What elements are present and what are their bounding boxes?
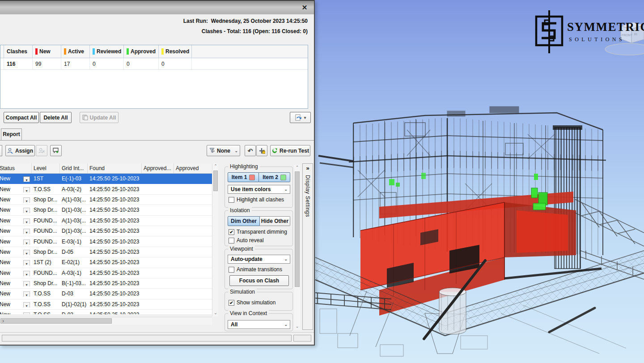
display-settings-tab[interactable]: » Display Settings <box>302 163 313 330</box>
item-colors-dropdown[interactable]: Use item colors ⌄ <box>228 185 290 194</box>
column-header-grid[interactable]: Grid Int... <box>60 163 88 173</box>
chevron-down-icon: ⌄ <box>284 257 288 261</box>
status-dropdown-icon[interactable]: ▾ <box>23 312 30 314</box>
status-color-chip <box>64 48 66 55</box>
status-dropdown-icon[interactable]: ▾ <box>23 271 30 276</box>
animate-transitions-checkbox[interactable]: Animate transitions <box>229 266 282 273</box>
item1-toggle[interactable]: Item 1 <box>228 172 259 182</box>
scroll-up-icon[interactable]: ⌃ <box>294 165 300 171</box>
summary-column-header[interactable]: New <box>33 45 61 58</box>
row-level: 1ST (2) <box>32 259 60 265</box>
status-dropdown-icon[interactable]: ▾ <box>23 208 30 213</box>
status-dropdown-icon[interactable]: ▾ <box>23 281 30 286</box>
status-dropdown-icon[interactable]: ▾ <box>23 187 30 192</box>
table-row[interactable]: New ▾ Shop Dr... A(1)-03(... 14:25:50 25… <box>0 195 212 205</box>
table-row[interactable]: New ▾ T.O.SS D(1)-02(1) 14:25:50 25-10-2… <box>0 299 212 310</box>
logo-subtitle: SOLUTIONS <box>569 36 625 43</box>
horizontal-scrollbar[interactable]: › <box>0 317 212 325</box>
assign-icon <box>7 148 13 154</box>
report-export-dropdown[interactable]: ▾ <box>290 112 311 123</box>
assign-button[interactable]: Assign <box>5 145 35 156</box>
title-bar[interactable]: ✕ <box>0 0 314 14</box>
table-row[interactable]: New ▾ FOUND... E-03(-1) 14:25:50 25-10-2… <box>0 236 212 247</box>
scroll-right-icon[interactable]: › <box>0 318 6 325</box>
item2-toggle[interactable]: Item 2 <box>259 172 290 182</box>
table-row[interactable]: New ▾ Shop Dr... B(-1)-03... 14:25:50 25… <box>0 278 212 289</box>
table-row[interactable]: New ▾ 1ST E(-1)-03 14:25:50 25-10-2023 <box>0 174 212 184</box>
delete-all-button[interactable]: Delete All <box>40 112 72 123</box>
tab-report[interactable]: Report <box>1 128 22 140</box>
show-simulation-checkbox[interactable]: ✔ Show simulation <box>229 299 275 306</box>
status-dropdown-icon[interactable]: ▾ <box>23 239 30 245</box>
summary-value: 0 <box>124 58 159 69</box>
clash-table-body: New ▾ 1ST E(-1)-03 14:25:50 25-10-2023 N… <box>0 174 212 314</box>
vertical-scrollbar[interactable]: ⌃ ⌄ <box>212 163 218 316</box>
column-header-status[interactable]: Status <box>0 163 32 173</box>
scroll-up-icon[interactable]: ⌃ <box>212 163 219 170</box>
status-dropdown-icon[interactable]: ▾ <box>23 250 30 255</box>
summary-column-header[interactable]: Clashes <box>4 45 33 58</box>
panel-scrollbar[interactable]: ⌃ ⌄ <box>294 165 300 330</box>
row-status: New <box>0 280 10 286</box>
row-grid-intersection: D(1)-02(1) <box>60 301 88 307</box>
add-comment-button[interactable] <box>50 145 62 156</box>
toolbar-clipped-button[interactable] <box>0 145 2 156</box>
scrollbar-thumb[interactable] <box>0 318 112 324</box>
display-settings-expand-icon[interactable]: » <box>303 165 313 171</box>
status-dropdown-icon[interactable]: ▾ <box>23 229 30 234</box>
auto-reveal-checkbox[interactable]: Auto reveal <box>229 237 264 243</box>
column-header-level[interactable]: Level <box>32 163 60 173</box>
scrollbar-thumb[interactable] <box>213 171 218 191</box>
summary-column-header[interactable]: Approved <box>124 45 159 58</box>
summary-column-header[interactable]: Reviewed <box>90 45 124 58</box>
status-dropdown-icon[interactable]: ▾ <box>23 197 30 203</box>
column-header-approved[interactable]: Approved <box>174 163 212 173</box>
highlight-all-checkbox[interactable]: Highlight all clashes <box>229 196 284 203</box>
row-found: 14:25:50 25-10-2023 <box>88 312 142 314</box>
row-grid-intersection: E(-1)-03 <box>60 175 88 182</box>
3d-model-viewport[interactable] <box>313 103 644 363</box>
scroll-down-icon[interactable]: ⌄ <box>294 324 300 330</box>
report-export-icon <box>295 114 302 121</box>
chevron-down-icon: ⌄ <box>234 149 238 153</box>
filter-dropdown[interactable]: None ⌄ <box>207 145 240 156</box>
status-dropdown-icon[interactable]: ▾ <box>23 302 30 307</box>
update-all-button[interactable]: Update All <box>80 112 119 123</box>
table-row[interactable]: New ▾ Shop Dr... D(1)-03(... 14:25:50 25… <box>0 205 212 215</box>
view-in-context-dropdown[interactable]: All ⌄ <box>228 320 290 329</box>
table-row[interactable]: New ▾ 1ST (2) E-02(1) 14:25:50 25-10-202… <box>0 257 212 268</box>
view-in-context-group: View in Context All ⌄ <box>225 313 293 331</box>
focus-on-clash-button[interactable]: Focus on Clash <box>229 275 289 286</box>
status-dropdown-icon[interactable]: ▾ <box>23 291 30 297</box>
table-row[interactable]: New ▾ T.O.SS D-03 14:25:50 25-10-2023 <box>0 310 212 314</box>
viewpoint-mode-dropdown[interactable]: Auto-update ⌄ <box>228 255 290 264</box>
status-dropdown-icon[interactable]: ▾ <box>23 218 30 224</box>
close-icon[interactable]: ✕ <box>299 3 310 13</box>
table-row[interactable]: New ▾ T.O.SS D-03 14:25:50 25-10-2023 <box>0 289 212 299</box>
scroll-down-icon[interactable]: ⌄ <box>212 310 219 316</box>
status-bar <box>0 332 314 344</box>
undo-button[interactable]: ↶ <box>245 145 256 156</box>
dim-other-toggle[interactable]: Dim Other <box>228 216 260 226</box>
rerun-test-button[interactable]: Re-run Test <box>270 145 310 156</box>
transparent-dimming-checkbox[interactable]: ✔ Transparent dimming <box>229 229 287 235</box>
summary-column-header[interactable]: Resolved <box>159 45 192 58</box>
table-row[interactable]: New ▾ Shop Dr... D-05 14:25:50 25-10-202… <box>0 247 212 257</box>
scrollbar-thumb[interactable] <box>295 171 300 287</box>
compact-all-button[interactable]: Compact All <box>4 112 39 123</box>
table-row[interactable]: New ▾ T.O.SS A-03(-2) 14:25:50 25-10-202… <box>0 184 212 194</box>
select-filter-button[interactable] <box>256 145 267 156</box>
status-dropdown-icon[interactable]: ▾ <box>23 260 30 265</box>
isolation-group: Isolation Dim Other Hide Other ✔ Transpa… <box>225 210 293 246</box>
table-row[interactable]: New ▾ FOUND... A-03(-1) 14:25:50 25-10-2… <box>0 268 212 278</box>
hide-other-toggle[interactable]: Hide Other <box>260 216 290 226</box>
column-header-found[interactable]: Found <box>88 163 142 173</box>
status-dropdown-icon[interactable]: ▾ <box>23 176 30 182</box>
unassign-button[interactable] <box>36 145 47 156</box>
diagonal-pipe-2 <box>549 308 595 332</box>
column-header-approved-by[interactable]: Approved... <box>142 163 174 173</box>
table-row[interactable]: New ▾ FOUND... D(1)-03(... 14:25:50 25-1… <box>0 226 212 236</box>
summary-column-header[interactable]: Active <box>61 45 90 58</box>
row-found: 14:25:50 25-10-2023 <box>88 249 142 255</box>
table-row[interactable]: New ▾ FOUND... A(1)-03(... 14:25:50 25-1… <box>0 216 212 226</box>
